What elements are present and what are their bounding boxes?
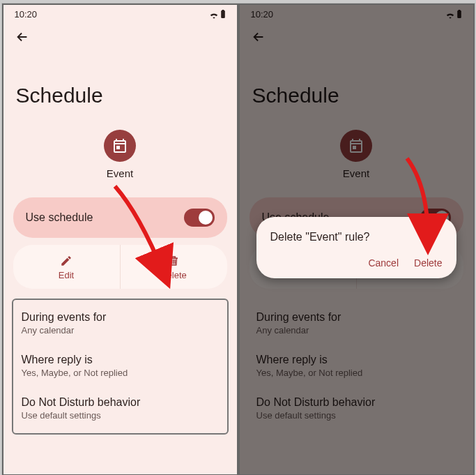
event-label: Event	[107, 167, 133, 179]
settings-group: During events for Any calendar Where rep…	[248, 299, 465, 435]
arrow-left-icon	[251, 29, 266, 45]
svg-rect-2	[457, 10, 461, 18]
action-pill: Edit Delete	[13, 245, 227, 289]
svg-rect-1	[222, 10, 224, 10]
page-title: Schedule	[240, 49, 473, 124]
setting-where-reply[interactable]: Where reply is Yes, Maybe, or Not replie…	[248, 345, 465, 388]
schedule-toggle-row[interactable]: Use schedule	[13, 197, 227, 238]
svg-rect-0	[221, 10, 225, 18]
trash-icon	[167, 255, 180, 267]
schedule-switch[interactable]	[184, 209, 215, 227]
event-block: Event	[3, 124, 237, 192]
status-bar: 10:20	[240, 5, 473, 21]
calendar-icon	[348, 137, 364, 154]
phone-left: 10:20 Schedule Event Use schedule E	[3, 5, 237, 474]
setting-during-events[interactable]: During events for Any calendar	[13, 303, 227, 345]
page-title: Schedule	[3, 49, 237, 124]
dialog-title: Delete "Event" rule?	[270, 231, 443, 243]
event-block: Event	[240, 124, 473, 192]
event-label: Event	[343, 167, 369, 179]
edit-label: Edit	[59, 270, 74, 280]
status-bar: 10:20	[3, 5, 237, 21]
arrow-left-icon	[15, 29, 30, 45]
delete-dialog: Delete "Event" rule? Cancel Delete	[256, 217, 456, 278]
status-icons	[209, 10, 226, 19]
setting-dnd-behavior[interactable]: Do Not Disturb behavior Use default sett…	[13, 388, 227, 430]
dialog-cancel-button[interactable]: Cancel	[368, 257, 399, 269]
setting-where-reply[interactable]: Where reply is Yes, Maybe, or Not replie…	[13, 345, 227, 388]
status-time: 10:20	[251, 9, 274, 20]
setting-dnd-behavior[interactable]: Do Not Disturb behavior Use default sett…	[248, 388, 465, 430]
settings-group: During events for Any calendar Where rep…	[12, 299, 229, 435]
delete-label: Delete	[160, 270, 187, 280]
event-icon-circle	[104, 130, 136, 162]
delete-button[interactable]: Delete	[120, 245, 227, 289]
edit-button[interactable]: Edit	[13, 245, 120, 289]
dialog-delete-button[interactable]: Delete	[414, 257, 442, 269]
svg-rect-3	[458, 10, 460, 10]
back-button[interactable]	[13, 28, 31, 46]
phone-right: 10:20 Schedule Event Use schedule E	[240, 5, 473, 474]
calendar-icon	[112, 137, 128, 154]
status-time: 10:20	[15, 9, 38, 20]
back-button[interactable]	[249, 28, 268, 46]
pencil-icon	[60, 255, 72, 267]
status-icons	[445, 10, 462, 19]
schedule-toggle-label: Use schedule	[26, 211, 93, 224]
event-icon-circle	[340, 130, 372, 162]
setting-during-events[interactable]: During events for Any calendar	[248, 303, 465, 345]
